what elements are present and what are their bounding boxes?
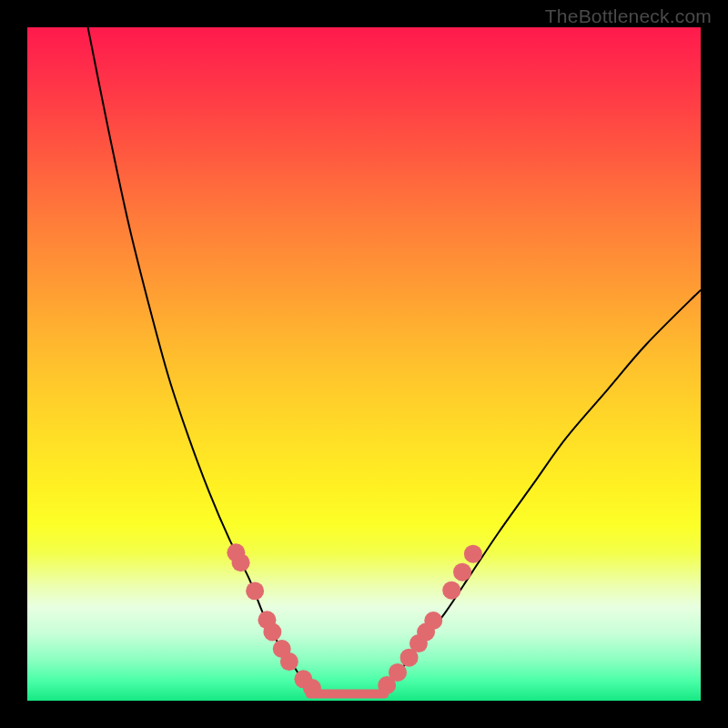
curve-markers	[227, 543, 481, 697]
data-marker	[280, 652, 298, 671]
data-marker	[464, 545, 482, 563]
data-marker	[246, 581, 264, 600]
curve-lines	[88, 27, 701, 695]
watermark-text: TheBottleneck.com	[545, 5, 712, 27]
chart-svg-overlay	[27, 27, 701, 701]
data-marker	[389, 663, 407, 682]
data-marker	[424, 612, 442, 630]
data-marker	[263, 623, 281, 642]
data-marker	[453, 563, 471, 581]
data-marker	[232, 553, 250, 571]
v-curve-path	[88, 27, 701, 695]
data-marker	[303, 679, 321, 697]
chart-frame: TheBottleneck.com	[0, 0, 728, 728]
data-marker	[442, 581, 460, 600]
